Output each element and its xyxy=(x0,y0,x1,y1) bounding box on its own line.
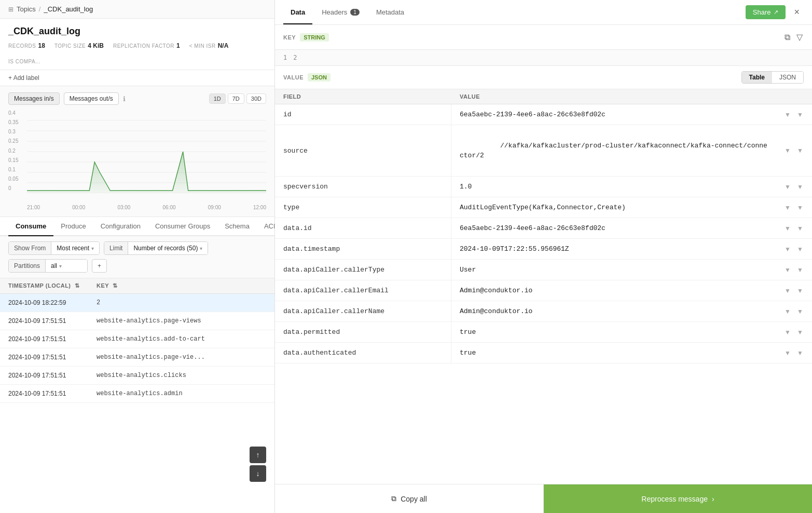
table-header: Timestamp (Local) ⇅ Key ⇅ xyxy=(0,278,274,294)
scroll-up-button[interactable]: ↑ xyxy=(250,447,266,463)
reprocess-button[interactable]: Reprocess message › xyxy=(544,484,812,513)
row-timestamp: 2024-10-09 17:51:51 xyxy=(8,390,97,397)
filter-exclude-btn[interactable]: ▼ xyxy=(795,307,805,316)
filter-btn[interactable]: ▼ xyxy=(782,307,793,316)
replication-label: REPLICATION FACTOR xyxy=(113,43,174,49)
filter-exclude-btn[interactable]: ▼ xyxy=(795,203,805,212)
field-caller-type: data.apiCaller.callerType xyxy=(275,260,451,280)
filter-exclude-btn[interactable]: ▼ xyxy=(795,328,805,337)
view-json-button[interactable]: JSON xyxy=(772,72,803,83)
filter-btn[interactable]: ▼ xyxy=(782,286,793,295)
filter-exclude-btn[interactable]: ▼ xyxy=(795,146,805,155)
table-row[interactable]: 2024-10-09 17:51:51 website-analytics.cl… xyxy=(0,367,274,385)
show-from-filter: Show From Most recent ▾ xyxy=(8,241,100,255)
filter-btn[interactable]: ▼ xyxy=(782,146,793,155)
filter-exclude-btn[interactable]: ▼ xyxy=(795,265,805,275)
partitions-filter: Partitions all ▾ xyxy=(8,259,88,273)
tab-schema[interactable]: Schema xyxy=(217,217,257,236)
breadcrumb-root[interactable]: Topics xyxy=(17,5,36,13)
table-body: 2024-10-09 18:22:59 2 2024-10-09 17:51:5… xyxy=(0,294,274,513)
line-num-2: 2 xyxy=(293,54,297,61)
tab-configuration[interactable]: Configuration xyxy=(93,217,148,236)
time-30d-button[interactable]: 30D xyxy=(246,93,266,104)
table-row[interactable]: 2024-10-09 17:51:51 website-analytics.pa… xyxy=(0,348,274,367)
filter-btn[interactable]: ▼ xyxy=(782,182,793,192)
view-table-button[interactable]: Table xyxy=(742,72,772,83)
row-key: 2 xyxy=(97,299,266,306)
messages-out-button[interactable]: Messages out/s xyxy=(64,92,119,105)
row-actions: ▼ ▼ xyxy=(776,301,812,321)
row-actions: ▼ ▼ xyxy=(776,280,812,301)
field-id: id xyxy=(275,104,451,125)
partitions-label: Partitions xyxy=(9,260,46,272)
add-label-button[interactable]: + Add label xyxy=(8,74,39,82)
time-7d-button[interactable]: 7D xyxy=(228,93,244,104)
scroll-buttons: ↑ ↓ xyxy=(250,447,266,482)
row-actions: ▼ ▼ xyxy=(776,322,812,342)
data-table: Field Value id 6ea5aebc-2139-4ee6-a8ac-2… xyxy=(275,89,812,484)
messages-in-button[interactable]: Messages in/s xyxy=(8,92,60,105)
external-link-icon: ↗ xyxy=(774,9,778,16)
filter-btn[interactable]: ▼ xyxy=(782,110,793,119)
filter-btn[interactable]: ▼ xyxy=(782,203,793,212)
row-actions: ▼ ▼ xyxy=(776,197,812,218)
filter-exclude-btn[interactable]: ▼ xyxy=(795,245,805,254)
filter-btn[interactable]: ▼ xyxy=(782,328,793,337)
filter-exclude-btn[interactable]: ▼ xyxy=(795,286,805,295)
row-actions: ▼ ▼ xyxy=(776,125,812,176)
min-isr-value: N/A xyxy=(218,42,229,49)
meta-is-compact: IS COMPA... xyxy=(8,59,40,64)
tab-data[interactable]: Data xyxy=(283,1,312,24)
key-label: KEY xyxy=(283,34,296,40)
value-type: AuditLogEventType(Kafka,Connector,Create… xyxy=(451,197,776,218)
tab-headers[interactable]: Headers 1 xyxy=(314,1,367,24)
table-row[interactable]: 2024-10-09 17:51:51 website-analytics.ad… xyxy=(0,330,274,348)
topics-icon: ⊞ xyxy=(8,6,13,13)
row-actions: ▼ ▼ xyxy=(776,343,812,363)
field-data-timestamp: data.timestamp xyxy=(275,239,451,259)
meta-min-isr: < MIN ISR N/A xyxy=(189,42,229,49)
key-actions: ⧉ ▽ xyxy=(783,31,804,43)
add-filter-button[interactable]: + xyxy=(92,259,107,273)
copy-icon-button[interactable]: ⧉ xyxy=(783,31,791,43)
copy-icon: ⧉ xyxy=(391,494,396,503)
tab-produce[interactable]: Produce xyxy=(53,217,93,236)
tab-acl[interactable]: ACL xyxy=(257,217,275,236)
scroll-down-button[interactable]: ↓ xyxy=(250,465,266,482)
topic-meta: RECORDS 18 TOPIC SIZE 4 KiB REPLICATION … xyxy=(8,42,266,64)
breadcrumb: ⊞ Topics / _CDK_audit_log xyxy=(0,0,274,19)
filter-exclude-btn[interactable]: ▼ xyxy=(795,110,805,119)
copy-all-button[interactable]: ⧉ Copy all xyxy=(275,484,544,513)
filter-exclude-btn[interactable]: ▼ xyxy=(795,348,805,358)
table-row[interactable]: 2024-10-09 18:22:59 2 xyxy=(0,294,274,312)
filter-icon-button[interactable]: ▽ xyxy=(795,31,804,43)
value-source: //kafka/kafkacluster/prod-cluster/kafkac… xyxy=(451,125,776,176)
partitions-select[interactable]: all ▾ xyxy=(46,260,87,272)
table-row[interactable]: 2024-10-09 17:51:51 website-analytics.pa… xyxy=(0,312,274,330)
tab-consume[interactable]: Consume xyxy=(8,217,53,236)
data-row-caller-name: data.apiCaller.callerName Admin@condukto… xyxy=(275,301,812,322)
filter-btn[interactable]: ▼ xyxy=(782,348,793,358)
table-row[interactable]: 2024-10-09 17:51:51 website-analytics.ad… xyxy=(0,385,274,403)
chart-info-icon[interactable]: ℹ xyxy=(123,95,126,103)
filter-exclude-btn[interactable]: ▼ xyxy=(795,182,805,192)
share-button[interactable]: Share ↗ xyxy=(746,5,786,19)
data-row-data-id: data.id 6ea5aebc-2139-4ee6-a8ac-26c63e8f… xyxy=(275,218,812,239)
tab-consumer-groups[interactable]: Consumer Groups xyxy=(148,217,217,236)
filter-btn[interactable]: ▼ xyxy=(782,245,793,254)
filter-bar: Show From Most recent ▾ Limit Number of … xyxy=(0,236,274,278)
limit-select[interactable]: Number of records (50) ▾ xyxy=(128,242,208,254)
close-button[interactable]: × xyxy=(790,5,804,20)
key-type-badge: STRING xyxy=(300,33,329,42)
value-authenticated: true xyxy=(451,343,776,363)
time-1d-button[interactable]: 1D xyxy=(209,93,226,104)
show-from-select[interactable]: Most recent ▾ xyxy=(51,242,99,254)
chart-svg xyxy=(27,110,266,193)
filter-btn[interactable]: ▼ xyxy=(782,265,793,275)
row-key: website-analytics.page-vie... xyxy=(97,354,266,361)
tab-metadata[interactable]: Metadata xyxy=(369,1,411,24)
sort-icon[interactable]: ⇅ xyxy=(75,282,80,289)
sort-icon[interactable]: ⇅ xyxy=(113,282,118,289)
filter-exclude-btn[interactable]: ▼ xyxy=(795,224,805,233)
filter-btn[interactable]: ▼ xyxy=(782,224,793,233)
